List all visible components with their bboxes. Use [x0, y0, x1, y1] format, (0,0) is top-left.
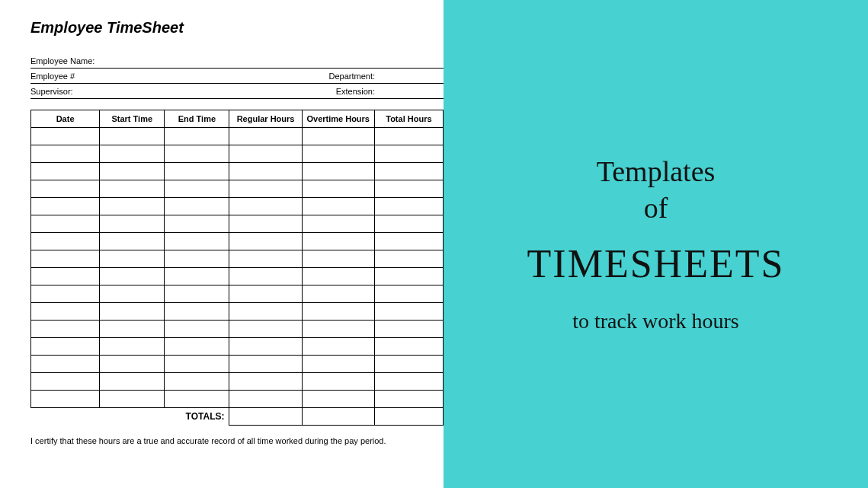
table-cell — [374, 303, 443, 321]
col-reg: Regular Hours — [229, 110, 302, 128]
col-end: End Time — [165, 110, 229, 128]
banner-line1: Templates — [597, 155, 716, 188]
table-cell — [31, 268, 100, 285]
table-cell — [302, 338, 374, 356]
table-cell — [100, 215, 165, 233]
table-cell — [100, 128, 165, 145]
table-cell — [302, 268, 374, 285]
table-cell — [31, 285, 100, 303]
table-cell — [165, 233, 229, 250]
table-cell — [302, 391, 374, 408]
col-ot: Overtime Hours — [302, 110, 374, 128]
table-cell — [100, 356, 165, 373]
table-cell — [165, 215, 229, 233]
table-cell — [302, 145, 374, 163]
table-cell — [229, 321, 302, 338]
table-cell — [165, 145, 229, 163]
table-row — [31, 338, 444, 356]
table-cell — [165, 198, 229, 215]
table-cell — [229, 268, 302, 285]
timesheet-document: Employee TimeSheet Employee Name: Employ… — [0, 0, 444, 488]
table-cell — [31, 180, 100, 198]
table-cell — [374, 268, 443, 285]
table-cell — [31, 128, 100, 145]
table-cell — [100, 391, 165, 408]
table-cell — [100, 198, 165, 215]
table-cell — [229, 145, 302, 163]
table-cell — [374, 338, 443, 356]
table-cell — [302, 233, 374, 250]
table-cell — [100, 145, 165, 163]
table-cell — [31, 338, 100, 356]
table-cell — [374, 321, 443, 338]
table-cell — [100, 338, 165, 356]
table-cell — [100, 180, 165, 198]
table-body — [31, 128, 444, 408]
table-cell — [374, 215, 443, 233]
table-cell — [374, 145, 443, 163]
table-cell — [31, 215, 100, 233]
table-row — [31, 391, 444, 408]
table-cell — [302, 356, 374, 373]
table-cell — [31, 198, 100, 215]
table-cell — [229, 128, 302, 145]
table-cell — [165, 163, 229, 180]
table-cell — [229, 285, 302, 303]
table-cell — [229, 198, 302, 215]
table-row — [31, 268, 444, 285]
timesheet-table: Date Start Time End Time Regular Hours O… — [30, 110, 444, 426]
field-label: Supervisor: — [30, 87, 73, 96]
table-cell — [229, 215, 302, 233]
table-cell — [374, 373, 443, 391]
table-cell — [165, 180, 229, 198]
table-cell — [374, 356, 443, 373]
banner-line2: of — [644, 191, 668, 225]
table-cell — [100, 163, 165, 180]
totals-reg — [229, 408, 302, 426]
table-cell — [165, 303, 229, 321]
table-row — [31, 215, 444, 233]
table-cell — [31, 250, 100, 268]
table-cell — [31, 373, 100, 391]
col-date: Date — [31, 110, 100, 128]
table-cell — [374, 128, 443, 145]
table-cell — [100, 250, 165, 268]
table-cell — [229, 180, 302, 198]
table-cell — [374, 391, 443, 408]
banner: Templates of TIMESHEETS to track work ho… — [444, 0, 868, 488]
col-total: Total Hours — [374, 110, 443, 128]
totals-total — [374, 408, 443, 426]
table-row — [31, 233, 444, 250]
table-cell — [165, 373, 229, 391]
table-cell — [31, 163, 100, 180]
table-cell — [229, 163, 302, 180]
field-label: Department: — [328, 72, 444, 81]
certification-text: I certify that these hours are a true an… — [30, 436, 444, 445]
table-cell — [229, 338, 302, 356]
table-cell — [165, 128, 229, 145]
table-cell — [100, 268, 165, 285]
table-cell — [302, 373, 374, 391]
totals-label: TOTALS: — [165, 408, 229, 426]
field-employee-name: Employee Name: — [30, 53, 444, 69]
table-row — [31, 303, 444, 321]
table-cell — [31, 321, 100, 338]
table-row — [31, 356, 444, 373]
field-label: Extension: — [336, 87, 444, 96]
table-cell — [302, 321, 374, 338]
table-row — [31, 180, 444, 198]
table-cell — [165, 391, 229, 408]
table-row — [31, 128, 444, 145]
table-row — [31, 250, 444, 268]
table-header-row: Date Start Time End Time Regular Hours O… — [31, 110, 444, 128]
table-cell — [100, 321, 165, 338]
table-cell — [302, 285, 374, 303]
banner-line4: to track work hours — [572, 309, 739, 333]
table-cell — [165, 338, 229, 356]
table-row — [31, 321, 444, 338]
banner-line3: TIMESHEETS — [527, 241, 785, 286]
table-cell — [100, 285, 165, 303]
table-cell — [374, 233, 443, 250]
table-row — [31, 198, 444, 215]
table-cell — [374, 285, 443, 303]
